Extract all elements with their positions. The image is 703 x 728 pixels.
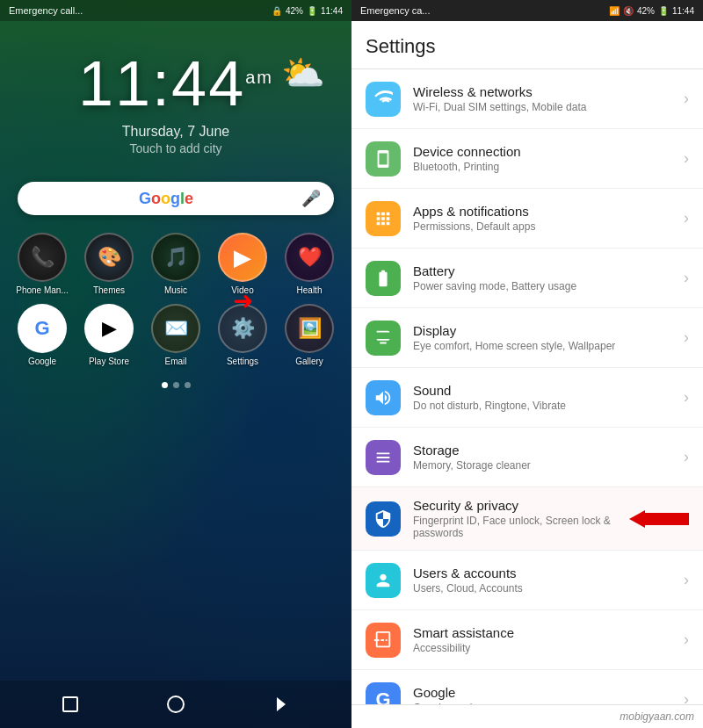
clock-date: Thursday, 7 June bbox=[18, 124, 334, 140]
settings-item-users[interactable]: Users & accounts Users, Cloud, Accounts … bbox=[352, 551, 703, 610]
red-arrow-right bbox=[629, 510, 689, 528]
sound-icon bbox=[366, 380, 401, 415]
dot-1 bbox=[162, 382, 168, 388]
settings-item-battery[interactable]: Battery Power saving mode, Battery usage… bbox=[352, 249, 703, 308]
status-bar-left: Emergency call... 🔒 42% 🔋 11:44 bbox=[0, 0, 352, 21]
dot-3 bbox=[185, 382, 191, 388]
app-music[interactable]: 🎵 Music bbox=[147, 233, 205, 295]
clock-subtitle: Touch to add city bbox=[18, 141, 334, 155]
app-health[interactable]: ❤️ Health bbox=[280, 233, 338, 295]
apps-chevron: › bbox=[684, 209, 689, 227]
users-sub: Users, Cloud, Accounts bbox=[413, 582, 677, 595]
settings-item-google[interactable]: G Google Google services › bbox=[352, 670, 703, 704]
display-sub: Eye comfort, Home screen style, Wallpape… bbox=[413, 340, 677, 352]
app-google[interactable]: G Google bbox=[13, 304, 71, 366]
watermark-text: mobigyaan.com bbox=[620, 710, 694, 723]
settings-item-display[interactable]: Display Eye comfort, Home screen style, … bbox=[352, 308, 703, 368]
settings-item-apps[interactable]: Apps & notifications Permissions, Defaul… bbox=[352, 189, 703, 249]
app-google-label: Google bbox=[28, 357, 56, 366]
apps-grid: 📞 Phone Man... 🎨 Themes 🎵 Music ▶ Video … bbox=[0, 224, 352, 375]
google-logo: Google bbox=[31, 190, 301, 208]
video-icon: ▶ bbox=[218, 233, 267, 282]
app-phone-label: Phone Man... bbox=[16, 285, 68, 295]
users-chevron: › bbox=[684, 571, 689, 589]
mute-icon-right: 🔇 bbox=[623, 6, 634, 16]
app-phone[interactable]: 📞 Phone Man... bbox=[13, 233, 71, 295]
device-chevron: › bbox=[684, 149, 689, 168]
nav-recents-btn[interactable] bbox=[57, 691, 83, 717]
app-email[interactable]: ✉️ Email bbox=[147, 304, 205, 366]
app-themes[interactable]: 🎨 Themes bbox=[80, 233, 138, 295]
settings-item-device[interactable]: Device connection Bluetooth, Printing › bbox=[352, 129, 703, 189]
themes-icon: 🎨 bbox=[84, 233, 134, 282]
app-gallery[interactable]: 🖼️ Gallery bbox=[280, 304, 338, 366]
app-playstore[interactable]: ▶ Play Store bbox=[80, 304, 138, 366]
device-text: Device connection Bluetooth, Printing bbox=[413, 144, 677, 173]
email-icon: ✉️ bbox=[151, 304, 200, 353]
battery-title: Battery bbox=[413, 263, 677, 278]
google-chevron: › bbox=[684, 690, 689, 704]
device-icon bbox=[366, 141, 401, 177]
google-settings-icon: G bbox=[366, 682, 401, 705]
apps-icon bbox=[366, 201, 401, 236]
google-title: Google bbox=[413, 685, 677, 700]
time-right: 11:44 bbox=[672, 6, 694, 16]
red-arrow-down-left: ➜ bbox=[233, 286, 253, 315]
settings-item-wireless[interactable]: Wireless & networks Wi-Fi, Dual SIM sett… bbox=[352, 69, 703, 129]
settings-title: Settings bbox=[366, 35, 689, 58]
nav-home-btn[interactable] bbox=[163, 691, 189, 717]
nav-back-btn[interactable] bbox=[268, 691, 294, 717]
home-icon bbox=[167, 696, 185, 713]
status-left-emergency: Emergency call... bbox=[9, 5, 83, 16]
app-settings-label: Settings bbox=[227, 357, 258, 366]
settings-item-smart[interactable]: Smart assistance Accessibility › bbox=[352, 610, 703, 670]
watermark: mobigyaan.com bbox=[352, 704, 703, 728]
status-right-icons: 📶 🔇 42% 🔋 11:44 bbox=[609, 6, 694, 16]
bottom-nav-left bbox=[0, 681, 352, 728]
recents-icon bbox=[62, 696, 78, 712]
app-settings[interactable]: ⚙️ Settings ➜ bbox=[214, 304, 272, 366]
settings-item-storage[interactable]: Storage Memory, Storage cleaner › bbox=[352, 428, 703, 487]
smart-title: Smart assistance bbox=[413, 625, 677, 640]
security-sub: Fingerprint ID, Face unlock, Screen lock… bbox=[413, 515, 626, 539]
battery-left: 42% bbox=[286, 6, 303, 16]
storage-icon bbox=[366, 440, 401, 475]
apps-text: Apps & notifications Permissions, Defaul… bbox=[413, 204, 677, 233]
storage-title: Storage bbox=[413, 443, 677, 458]
smart-icon bbox=[366, 623, 401, 658]
battery-icon-right: 🔋 bbox=[658, 6, 669, 16]
search-bar[interactable]: Google 🎤 bbox=[18, 182, 334, 215]
settings-item-sound[interactable]: Sound Do not disturb, Ringtone, Vibrate … bbox=[352, 368, 703, 428]
storage-sub: Memory, Storage cleaner bbox=[413, 459, 677, 472]
clock-ampm: am bbox=[245, 68, 273, 87]
google-icon: G bbox=[18, 304, 67, 353]
display-chevron: › bbox=[684, 328, 689, 347]
mic-icon[interactable]: 🎤 bbox=[301, 189, 321, 208]
playstore-icon: ▶ bbox=[84, 304, 134, 353]
battery-icon-left: 🔋 bbox=[307, 6, 317, 16]
lock-icon: 🔒 bbox=[272, 6, 282, 16]
apps-sub: Permissions, Default apps bbox=[413, 220, 677, 233]
security-title: Security & privacy bbox=[413, 498, 626, 513]
apps-title: Apps & notifications bbox=[413, 204, 677, 219]
music-icon: 🎵 bbox=[151, 233, 200, 282]
wifi-icon-right: 📶 bbox=[609, 6, 620, 16]
users-text: Users & accounts Users, Cloud, Accounts bbox=[413, 566, 677, 595]
app-email-label: Email bbox=[164, 357, 186, 366]
smart-sub: Accessibility bbox=[413, 642, 677, 654]
dot-2 bbox=[173, 382, 179, 388]
app-playstore-label: Play Store bbox=[89, 357, 129, 366]
battery-icon bbox=[366, 261, 401, 296]
weather-icon: ⛅ bbox=[281, 53, 325, 94]
users-title: Users & accounts bbox=[413, 566, 677, 580]
storage-chevron: › bbox=[684, 448, 689, 466]
users-icon bbox=[366, 563, 401, 598]
phone-icon: 📞 bbox=[18, 233, 67, 282]
device-title: Device connection bbox=[413, 144, 677, 159]
settings-item-security[interactable]: Security & privacy Fingerprint ID, Face … bbox=[352, 487, 703, 551]
app-health-label: Health bbox=[297, 285, 323, 295]
status-right-emergency: Emergency ca... bbox=[360, 5, 430, 16]
gallery-icon: 🖼️ bbox=[285, 304, 334, 353]
app-music-label: Music bbox=[164, 285, 187, 295]
battery-right: 42% bbox=[637, 6, 655, 16]
